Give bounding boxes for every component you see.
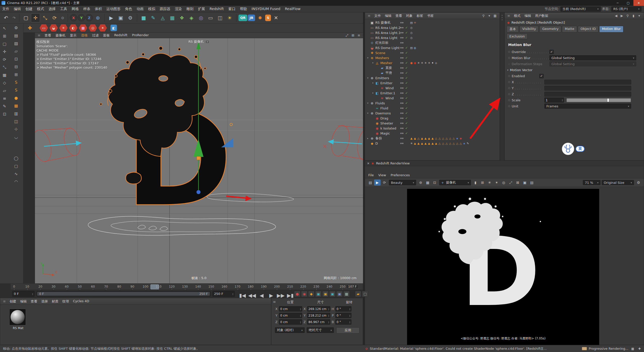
y-axis-lock-icon[interactable]: Y (78, 14, 85, 21)
visibility-dots-icon[interactable]: ●● (400, 37, 404, 39)
om-menu-item-3[interactable]: 对象 (404, 14, 415, 18)
object-tag-icon[interactable]: ✳ (424, 61, 427, 65)
tab-基本[interactable]: 基本 (507, 26, 519, 32)
add-primitive-icon[interactable]: ■ (139, 13, 148, 22)
live-selection-icon[interactable]: ▢ (21, 13, 30, 22)
scale-tool-icon[interactable]: ⤡ (41, 13, 50, 22)
visibility-dots-icon[interactable]: ●● (400, 137, 404, 139)
object-tag-icon[interactable]: △ (449, 142, 452, 145)
render-image[interactable]: D <微信公众号: 野鹿志 微信号: 野鹿志 作者: 马鹿野郎> (7.05s) (407, 189, 599, 345)
mograph-cloner-icon[interactable]: ❖ (177, 13, 186, 22)
object-tag-icon[interactable]: ▤ (410, 21, 413, 24)
material-menu-item-4[interactable]: 材质 (50, 299, 60, 304)
tab-motion-blur[interactable]: Motion Blur (599, 26, 623, 32)
lock-camera-icon[interactable]: ▮ (472, 180, 479, 186)
object-row-5[interactable]: ◒RS Dome Light●●✓▤◍ (365, 45, 500, 50)
jb-plugin-icon[interactable]: JB (248, 15, 255, 21)
mv-y-field[interactable] (544, 86, 631, 91)
menu-item-13[interactable]: 跟踪器 (157, 7, 173, 11)
am-menu-item-2[interactable]: 用户数据 (533, 14, 550, 18)
object-tag-icon[interactable]: △ (441, 142, 445, 145)
object-tag-icon[interactable]: ▲ (420, 137, 424, 140)
rect-select-icon[interactable]: ▢ (12, 163, 20, 169)
material-preview[interactable] (9, 309, 26, 325)
enabled-check-icon[interactable]: ✓ (405, 131, 408, 135)
rs-area-light-icon[interactable]: ▭ (39, 24, 48, 32)
modes-menu-icon[interactable]: ≡ (1, 95, 8, 102)
timeline-ruler[interactable]: 107 F 0102030405060708090100110120130140… (10, 283, 363, 290)
object-tag-icon[interactable]: ◆ (459, 137, 462, 140)
object-tag-icon[interactable]: △ (452, 137, 455, 140)
floor-icon[interactable]: ▭ (206, 13, 215, 22)
light-object-icon[interactable]: ☀ (225, 13, 234, 22)
visibility-dots-icon[interactable]: ●● (400, 32, 404, 34)
am-lock-icon[interactable]: ▮ (631, 13, 636, 18)
circle-select-icon[interactable]: ◯ (12, 155, 20, 162)
object-tag-icon[interactable]: ✛ (413, 21, 417, 24)
object-tag-icon[interactable]: ▲ (427, 142, 431, 145)
object-tag-icon[interactable]: ▲ (413, 137, 417, 140)
object-tag-icon[interactable]: △ (441, 137, 445, 140)
last-tool-icon[interactable]: ⊙ (60, 13, 66, 22)
scale-input[interactable]: 1 ▴▾ (544, 98, 564, 103)
signal-plugin-icon[interactable]: S (265, 15, 271, 21)
workplane-icon[interactable]: ▱ (1, 87, 8, 94)
menu-item-12[interactable]: 模拟 (146, 7, 157, 11)
tab-exclusion[interactable]: Exclusion (507, 33, 528, 39)
visibility-dots-icon[interactable]: ●● (400, 27, 404, 29)
viewport-menu-item-7[interactable]: ProRender (130, 33, 151, 38)
rs-dome-light-icon[interactable]: ◒ (49, 24, 58, 32)
preview-range-bar[interactable]: 0 F 250 F (37, 292, 210, 296)
tab-object-id[interactable]: Object ID (578, 26, 598, 32)
expand-toggle-icon[interactable]: ▾ (366, 112, 370, 114)
enabled-check-icon[interactable]: ✓ (405, 86, 408, 90)
autokey-icon[interactable]: ◉ (301, 291, 307, 297)
menu-item-9[interactable]: 运动图形 (104, 7, 123, 11)
object-tag-icon[interactable]: ▲ (417, 142, 420, 145)
generators-icon[interactable]: ◬ (158, 13, 167, 22)
visibility-dots-icon[interactable]: ●● (400, 107, 404, 109)
material-menu-item-2[interactable]: 查看 (29, 299, 39, 304)
object-tag-icon[interactable]: ● (413, 61, 417, 65)
grid-overlay-icon[interactable]: ⊞ (479, 180, 486, 186)
menu-item-2[interactable]: 创建 (23, 7, 35, 11)
menu-item-19[interactable]: 帮助 (238, 7, 249, 11)
menu-item-16[interactable]: 扩展 (196, 7, 207, 11)
om-burger-icon[interactable]: ≡ (366, 14, 372, 18)
size-z-input[interactable]: 86.967 cm▴▾ (307, 319, 330, 325)
range-end-input[interactable]: 250 F▴▾ (213, 291, 235, 297)
om-menu-item-5[interactable]: 书签 (425, 14, 436, 18)
render-picture-viewer-icon[interactable]: ▣ (116, 13, 125, 22)
rs-ies-light-icon[interactable]: ◎ (88, 24, 97, 32)
enabled-check-icon[interactable]: ✓ (405, 46, 408, 50)
object-tag-icon[interactable]: ✳ (410, 142, 413, 145)
visibility-dots-icon[interactable]: ●● (400, 82, 404, 84)
pos-z-input[interactable]: 0 cm▴▾ (279, 319, 302, 325)
rot-b-input[interactable]: 0 °▴▾ (335, 319, 351, 325)
rv-close-icon[interactable]: ✕ (367, 162, 370, 165)
visibility-dots-icon[interactable]: ●● (400, 42, 404, 44)
camera-icon[interactable]: + (206, 40, 210, 43)
object-tag-icon[interactable]: △ (459, 142, 462, 145)
rotate-tool-icon[interactable]: ⟳ (50, 13, 59, 22)
object-tag-icon[interactable]: △ (456, 142, 459, 145)
am-menu-icon[interactable]: ▾ (637, 13, 642, 18)
random-icon[interactable]: ⊠ (514, 180, 521, 186)
render-frame-icon[interactable]: ▢ (362, 291, 368, 297)
aov-select[interactable]: Beauty ▾ (389, 180, 416, 185)
object-tag-icon[interactable]: ◎ (410, 36, 413, 39)
menu-item-21[interactable]: RealFlow (283, 7, 303, 11)
translate-button[interactable]: 英 (576, 146, 585, 152)
object-tag-icon[interactable]: ▲ (424, 142, 427, 145)
motion-blur-select[interactable]: Global Setting ▾ (549, 55, 636, 60)
menu-item-14[interactable]: 渲染 (173, 7, 184, 11)
model-mode-icon[interactable]: ▤ (12, 32, 20, 39)
redo-icon[interactable]: ↷ (11, 13, 17, 22)
object-row-9[interactable]: ▰直接●●✓ (365, 65, 500, 70)
visibility-dots-icon[interactable]: ●● (400, 67, 404, 69)
object-tag-icon[interactable]: ▲ (434, 142, 438, 145)
menu-item-11[interactable]: 动画 (134, 7, 146, 11)
visibility-dots-icon[interactable]: ●● (400, 47, 404, 49)
fit-view-icon[interactable]: ⤢ (507, 180, 514, 186)
object-tag-icon[interactable]: ▲ (431, 137, 434, 140)
